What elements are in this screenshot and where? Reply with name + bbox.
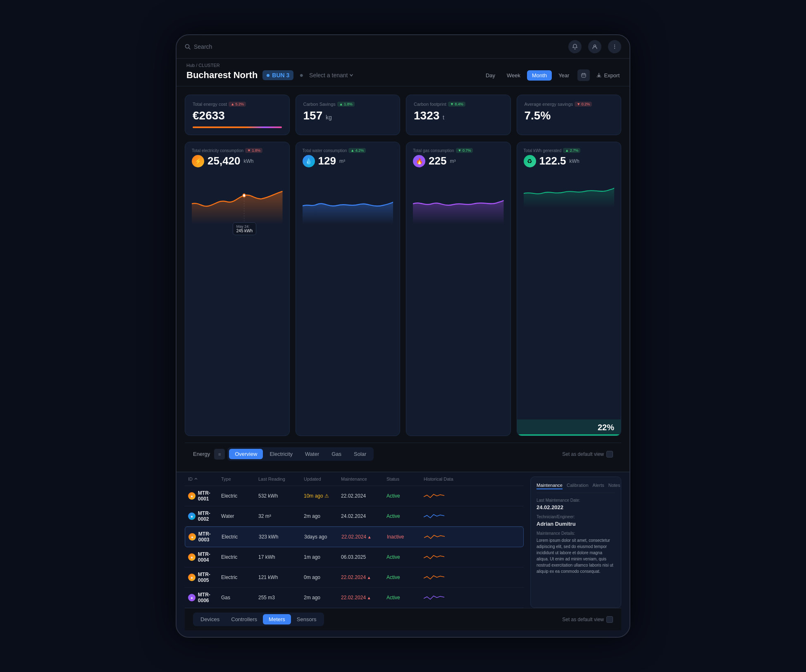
detail-tab-calibration[interactable]: Calibration — [567, 483, 589, 489]
time-year-button[interactable]: Year — [553, 70, 574, 81]
stat-energy-savings-value: 7.5% — [525, 109, 614, 122]
lower-set-default-view[interactable]: Set as default view — [562, 616, 613, 623]
chart-elec-tooltip: May 24: 245 kWh — [233, 222, 256, 235]
stat-energy-cost-bar — [193, 126, 282, 128]
search-field[interactable]: Search — [185, 43, 212, 50]
tabs-left: Energy ≡ Overview Overview Electricity W… — [193, 447, 374, 461]
chart-solar: Total kWh generated ▲ 2.7% ♻ 122.5 kWh — [517, 142, 622, 436]
solar-percentage-value: 22% — [598, 423, 614, 432]
meter-reading: 121 kWh — [258, 574, 304, 580]
time-week-button[interactable]: Week — [502, 70, 525, 81]
col-maintenance: Maintenance — [341, 477, 386, 481]
meter-sparkline — [424, 492, 473, 500]
meter-maintenance: 24.02.2024 — [341, 513, 386, 519]
table-row[interactable]: ● MTR-0005 Electric 121 kWh 0m ago 22.02… — [185, 567, 524, 588]
tab-gas-btn[interactable]: Gas — [326, 449, 347, 459]
chart-water-unit: m³ — [339, 158, 345, 164]
meter-maintenance: 22.02.2024 ▲ — [341, 574, 386, 580]
lower-tabs-container: Devices Controllers Meters Sensors — [193, 612, 324, 626]
chart-solar-icon: ♻ — [524, 155, 536, 167]
meter-type-icon: ● — [188, 533, 196, 541]
tab-water-btn[interactable]: Water — [299, 449, 325, 459]
meter-type-icon: ● — [188, 594, 196, 601]
stat-energy-cost-value: €2633 — [193, 109, 282, 122]
header-actions — [568, 40, 621, 53]
chevron-down-icon — [349, 73, 353, 77]
stats-row: Total energy cost ▲ 5.2% €2633 Carbon Sa… — [185, 95, 621, 135]
tab-solar-btn[interactable]: Solar — [348, 449, 372, 459]
lower-tab-sensors[interactable]: Sensors — [291, 614, 322, 624]
meter-status: Active — [386, 574, 424, 580]
chart-elec-label: Total electricity consumption — [192, 148, 243, 153]
stat-carbon-footprint: Carbon footprint ▼ 8.4% 1323 t — [406, 95, 511, 135]
chart-water-badge: ▲ 4.2% — [348, 148, 366, 153]
calendar-button[interactable] — [577, 69, 590, 81]
location-name: Bucharest North — [186, 70, 258, 81]
chart-elec-icon: ⚡ — [192, 155, 204, 167]
col-updated: Updated — [304, 477, 341, 481]
tab-overview-btn[interactable]: Overview — [229, 449, 263, 459]
menu-button[interactable] — [608, 40, 621, 53]
default-view-checkbox[interactable] — [606, 451, 613, 458]
table-row[interactable]: ● MTR-0004 Electric 17 kWh 1m ago 06.03.… — [185, 547, 524, 567]
lower-default-checkbox[interactable] — [606, 616, 613, 623]
tenant-selector[interactable]: Select a tenant — [309, 72, 353, 79]
notifications-button[interactable] — [568, 40, 582, 53]
set-default-view[interactable]: Set as default view — [562, 451, 613, 458]
lower-tab-meters[interactable]: Meters — [263, 614, 291, 624]
lower-content: ID Type Last Reading Updated Maintenance… — [185, 472, 621, 608]
meter-type: Electric — [221, 493, 258, 499]
lower-section: ID Type Last Reading Updated Maintenance… — [176, 472, 630, 637]
chart-elec-badge: ▼ 1.8% — [245, 148, 262, 153]
detail-panel: Maintenance Calibration Alerts Notes Las… — [530, 477, 621, 608]
meter-type: Electric — [222, 534, 259, 540]
meter-reading: 17 kWh — [258, 554, 304, 560]
meter-reading: 255 m3 — [258, 595, 304, 601]
meter-reading: 323 kWh — [259, 534, 304, 540]
building-badge: BUN 3 — [262, 70, 293, 80]
meter-type-icon: ● — [188, 574, 196, 581]
charts-row: Total electricity consumption ▼ 1.8% ⚡ 2… — [185, 142, 621, 436]
meter-id: ● MTR-0002 — [188, 510, 221, 522]
chart-gas-badge: ▼ 0.7% — [456, 148, 473, 153]
meter-updated: 10m ago ⚠ — [304, 493, 341, 499]
detail-tab-alerts[interactable]: Alerts — [593, 483, 604, 489]
tabs-container: Overview Electricity Water Gas Solar — [227, 447, 374, 461]
stat-carbon-footprint-badge: ▼ 8.4% — [448, 102, 465, 107]
chart-gas-icon: 🔥 — [413, 155, 425, 167]
export-button[interactable]: Export — [596, 72, 620, 79]
chart-elec-unit: kWh — [244, 158, 254, 164]
stat-carbon-savings-badge: ▲ 1.8% — [337, 102, 355, 107]
lower-tab-devices[interactable]: Devices — [195, 614, 225, 624]
location-info: Bucharest North BUN 3 ● Select a tenant — [186, 70, 353, 81]
building-name: BUN 3 — [272, 72, 289, 79]
meter-sparkline — [424, 512, 473, 520]
grid-view-icon[interactable]: ≡ — [214, 449, 225, 460]
more-icon — [612, 44, 618, 50]
stat-energy-cost: Total energy cost ▲ 5.2% €2633 — [185, 95, 290, 135]
col-type: Type — [221, 477, 258, 481]
meter-status: Inactive — [387, 534, 424, 540]
table-row[interactable]: ● MTR-0001 Electric 532 kWh 10m ago ⚠ 22… — [185, 486, 524, 506]
col-id: ID — [188, 477, 221, 481]
lower-tab-controllers[interactable]: Controllers — [225, 614, 263, 624]
stat-energy-cost-label: Total energy cost — [193, 102, 227, 107]
col-reading: Last Reading — [258, 477, 304, 481]
tab-electricity-btn[interactable]: Electricity — [264, 449, 298, 459]
maintenance-details-label: Maintenance Details: — [537, 531, 615, 536]
stat-carbon-footprint-label: Carbon footprint — [414, 102, 446, 107]
table-row[interactable]: ● MTR-0006 Gas 255 m3 2m ago 22.02.2024 … — [185, 588, 524, 608]
meter-type: Electric — [221, 554, 258, 560]
time-day-button[interactable]: Day — [481, 70, 500, 81]
col-historical: Historical Data — [424, 477, 473, 481]
table-row[interactable]: ● MTR-0003 Electric 323 kWh 3days ago 22… — [185, 527, 524, 547]
meter-type: Electric — [221, 574, 258, 580]
lower-tabs-bar: Devices Controllers Meters Sensors Set a… — [185, 608, 621, 630]
sort-icon[interactable] — [194, 477, 198, 481]
detail-tab-maintenance[interactable]: Maintenance — [537, 483, 563, 489]
time-month-button[interactable]: Month — [527, 70, 552, 81]
user-avatar[interactable] — [588, 40, 601, 53]
stat-energy-savings: Average energy savings ▼ 0.2% 7.5% — [517, 95, 622, 135]
table-row[interactable]: ● MTR-0002 Water 32 m³ 2m ago 24.02.2024… — [185, 506, 524, 527]
detail-tab-notes[interactable]: Notes — [608, 483, 620, 489]
